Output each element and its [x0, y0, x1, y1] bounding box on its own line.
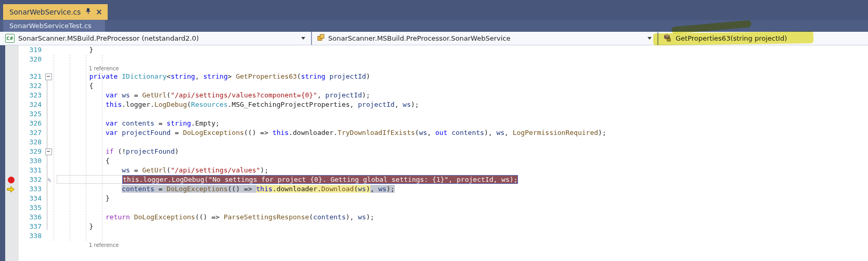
line-margin[interactable]	[5, 45, 19, 55]
vs-editor-window: SonarWebService.cs × SonarWebServiceTest…	[0, 0, 868, 261]
line-margin[interactable]	[5, 222, 19, 231]
code-line[interactable]: 328	[0, 138, 868, 147]
collapse-icon[interactable]	[45, 73, 52, 80]
breakpoint-icon[interactable]	[8, 177, 15, 183]
code-line[interactable]: 330 {	[0, 156, 868, 166]
tab-bar: SonarWebService.cs ×	[0, 4, 868, 20]
fold-margin[interactable]	[45, 184, 55, 194]
fold-margin[interactable]	[45, 109, 55, 119]
chevron-down-icon[interactable]	[647, 37, 652, 40]
fold-margin[interactable]	[45, 156, 55, 166]
line-margin[interactable]	[5, 138, 19, 147]
csharp-project-icon: C#	[5, 34, 15, 43]
line-margin[interactable]	[5, 81, 19, 91]
code-line[interactable]: 325	[0, 109, 868, 119]
fold-margin[interactable]	[45, 128, 55, 138]
line-margin[interactable]	[5, 194, 19, 203]
codelens-references[interactable]: 1 reference	[89, 242, 119, 248]
selection-lead-box	[57, 175, 122, 184]
line-margin[interactable]	[5, 175, 19, 184]
fold-margin[interactable]	[45, 100, 55, 109]
code-line[interactable]: 331 ws = GetUrl("/api/settings/values");	[0, 166, 868, 175]
codelens-references[interactable]: 1 reference	[89, 66, 119, 71]
line-margin[interactable]	[5, 147, 19, 156]
fold-margin[interactable]	[45, 241, 55, 248]
codelens-row[interactable]: 1 reference	[0, 241, 868, 248]
code-line[interactable]: 333 contents = DoLogExceptions(() => thi…	[0, 184, 868, 194]
line-margin[interactable]	[5, 91, 19, 100]
tab-label: SonarWebServiceTest.cs	[9, 22, 92, 30]
fold-margin[interactable]	[45, 45, 55, 55]
line-number: 320	[19, 55, 45, 64]
fold-margin[interactable]	[45, 55, 55, 64]
code-line[interactable]: 329 if (!projectFound)	[0, 147, 868, 156]
line-margin[interactable]	[5, 55, 19, 64]
code-line[interactable]: 337 }	[0, 222, 868, 231]
code-line[interactable]: 338	[0, 231, 868, 241]
line-number: 334	[19, 194, 45, 203]
member-dropdown[interactable]: GetProperties63(string projectId)	[658, 32, 868, 45]
code-line[interactable]: 334 }	[0, 194, 868, 203]
line-margin[interactable]	[5, 203, 19, 213]
fold-margin[interactable]	[45, 231, 55, 241]
line-margin[interactable]	[5, 119, 19, 128]
line-margin[interactable]	[5, 184, 19, 194]
window-top-strip	[0, 0, 868, 4]
code-text: return DoLogExceptions(() => ParseSettin…	[55, 213, 868, 222]
code-line[interactable]: 320	[0, 55, 868, 64]
fold-margin[interactable]	[45, 138, 55, 147]
line-margin[interactable]	[5, 72, 19, 81]
fold-margin[interactable]	[45, 175, 55, 184]
tab-sonarwebservice[interactable]: SonarWebService.cs ×	[3, 4, 108, 20]
code-line[interactable]: 335	[0, 203, 868, 213]
code-line[interactable]: 323 var ws = GetUrl("/api/settings/value…	[0, 91, 868, 100]
fold-margin[interactable]	[45, 166, 55, 175]
code-text: 1 reference	[55, 64, 868, 72]
line-margin[interactable]	[5, 156, 19, 166]
line-number: 324	[19, 100, 45, 109]
collapse-icon[interactable]	[45, 148, 52, 155]
fold-margin[interactable]	[45, 194, 55, 203]
line-number: 319	[19, 45, 45, 55]
line-margin[interactable]	[5, 100, 19, 109]
code-editor[interactable]: 319 }3201 reference321 private IDictiona…	[0, 45, 868, 261]
code-text: }	[55, 45, 868, 55]
code-line[interactable]: 324 this.logger.LogDebug(Resources.MSG_F…	[0, 100, 868, 109]
line-number: 328	[19, 138, 45, 147]
code-line[interactable]: 321 private IDictionary<string, string> …	[0, 72, 868, 81]
codelens-row[interactable]: 1 reference	[0, 64, 868, 72]
line-margin[interactable]	[5, 166, 19, 175]
fold-margin[interactable]	[45, 64, 55, 72]
fold-margin[interactable]	[45, 147, 55, 156]
line-margin[interactable]	[5, 64, 19, 72]
tab-sonarwebservicetest[interactable]: SonarWebServiceTest.cs	[3, 20, 105, 32]
code-line[interactable]: 322 {	[0, 81, 868, 91]
pin-icon[interactable]	[85, 8, 91, 16]
line-margin[interactable]	[5, 231, 19, 241]
line-number: 326	[19, 119, 45, 128]
code-line[interactable]: 326 var contents = string.Empty;	[0, 119, 868, 128]
chevron-down-icon[interactable]	[301, 37, 305, 40]
fold-margin[interactable]	[45, 119, 55, 128]
code-line[interactable]: 332✎ this.logger.LogDebug("No settings f…	[0, 175, 868, 184]
fold-margin[interactable]	[45, 222, 55, 231]
code-line[interactable]: 319 }	[0, 45, 868, 55]
project-dropdown[interactable]: C# SonarScanner.MSBuild.PreProcessor (ne…	[0, 32, 312, 45]
fold-margin[interactable]	[45, 72, 55, 81]
code-line[interactable]: 336 return DoLogExceptions(() => ParseSe…	[0, 213, 868, 222]
code-text: this.logger.LogDebug(Resources.MSG_Fetch…	[55, 100, 868, 109]
fold-margin[interactable]	[45, 91, 55, 100]
line-margin[interactable]	[5, 241, 19, 248]
line-margin[interactable]	[5, 213, 19, 222]
code-text	[55, 109, 868, 119]
close-icon[interactable]: ×	[96, 8, 102, 16]
project-dropdown-label: SonarScanner.MSBuild.PreProcessor (netst…	[18, 34, 199, 42]
fold-margin[interactable]	[45, 203, 55, 213]
line-margin[interactable]	[5, 109, 19, 119]
code-line[interactable]: 327 var projectFound = DoLogExceptions((…	[0, 128, 868, 138]
code-text: this.logger.LogDebug("No settings for pr…	[55, 175, 868, 184]
fold-margin[interactable]	[45, 213, 55, 222]
line-margin[interactable]	[5, 128, 19, 138]
fold-margin[interactable]	[45, 81, 55, 91]
type-dropdown[interactable]: SonarScanner.MSBuild.PreProcessor.SonarW…	[312, 32, 658, 45]
